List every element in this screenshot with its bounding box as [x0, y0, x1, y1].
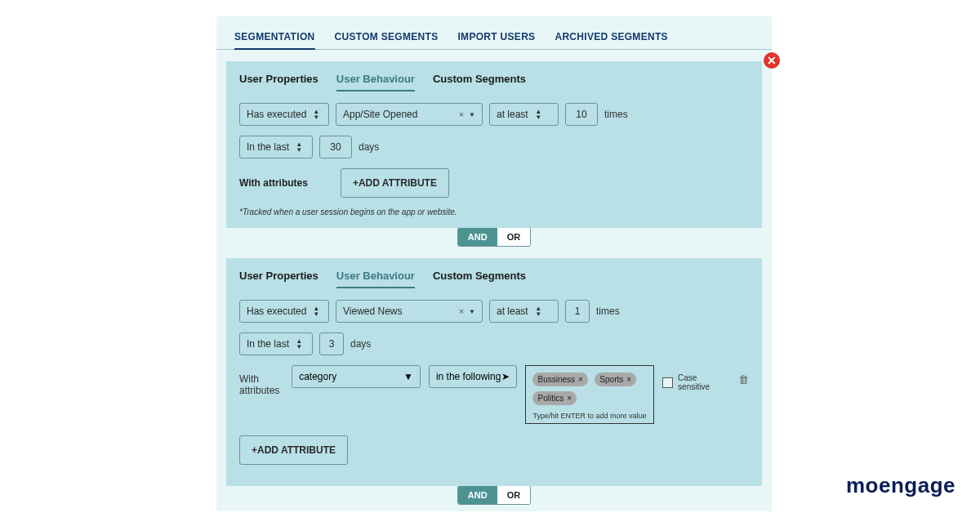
brand-logo: moengage	[846, 473, 956, 498]
chips-hint: Type/hit ENTER to add more value	[532, 412, 647, 420]
tab-user-properties[interactable]: User Properties	[239, 73, 318, 91]
tab-import-users[interactable]: IMPORT USERS	[457, 31, 535, 42]
select-value: In the last	[247, 141, 289, 153]
times-label: times	[604, 109, 628, 120]
select-value: at least	[497, 109, 528, 120]
comparator-select[interactable]: at least ▴▾	[489, 103, 559, 126]
has-executed-select[interactable]: Has executed ▴▾	[239, 300, 329, 323]
updown-icon: ▴▾	[537, 109, 541, 120]
chip[interactable]: Politics×	[532, 391, 577, 405]
and-or-toggle-1: AND OR	[216, 227, 772, 247]
attribute-name-select[interactable]: category ▼	[292, 365, 421, 388]
range-value-input[interactable]: 3	[319, 332, 344, 355]
and-or-toggle-2: AND OR	[216, 485, 772, 505]
filter-type-tabs: User Properties User Behaviour Custom Se…	[239, 270, 749, 288]
chevron-down-icon: ▼	[469, 308, 475, 315]
filter-block-1: User Properties User Behaviour Custom Se…	[226, 61, 762, 228]
event-select[interactable]: Viewed News × ▼	[336, 300, 483, 323]
nav-tabs: SEGMENTATION CUSTOM SEGMENTS IMPORT USER…	[216, 31, 772, 50]
select-value: category	[299, 371, 336, 382]
select-value: at least	[497, 306, 528, 317]
clear-icon[interactable]: ×	[459, 306, 464, 316]
chip-remove-icon[interactable]: ×	[626, 375, 631, 384]
chip[interactable]: Sports×	[595, 372, 636, 386]
range-select[interactable]: In the last ▴▾	[239, 136, 313, 158]
case-sensitive-label: Case sensitive	[678, 373, 730, 391]
tab-custom-segments[interactable]: Custom Segments	[433, 73, 526, 91]
tab-custom-segments[interactable]: CUSTOM SEGMENTS	[335, 31, 439, 42]
range-value-input[interactable]: 30	[319, 136, 352, 158]
tab-user-behaviour[interactable]: User Behaviour	[336, 270, 415, 288]
chevron-down-icon: ▼	[469, 111, 475, 118]
days-label: days	[350, 338, 371, 350]
segmentation-panel: SEGMENTATION CUSTOM SEGMENTS IMPORT USER…	[216, 16, 772, 511]
comparator-select[interactable]: at least ▴▾	[489, 300, 559, 323]
select-value: In the last	[247, 338, 289, 350]
count-input[interactable]: 1	[565, 300, 590, 323]
tab-user-behaviour[interactable]: User Behaviour	[336, 73, 415, 91]
with-attributes-label: With attributes	[239, 177, 308, 189]
filter-type-tabs: User Properties User Behaviour Custom Se…	[239, 73, 749, 91]
range-select[interactable]: In the last ▴▾	[239, 332, 313, 355]
and-button[interactable]: AND	[458, 228, 497, 246]
trash-icon[interactable]: 🗑	[738, 365, 749, 386]
filter-block-2: User Properties User Behaviour Custom Se…	[226, 258, 762, 486]
or-button[interactable]: OR	[497, 228, 531, 246]
chip-remove-icon[interactable]: ×	[567, 394, 572, 403]
chevron-down-icon: ▼	[403, 371, 413, 382]
updown-icon: ▴▾	[297, 141, 301, 153]
times-label: times	[596, 306, 620, 317]
select-value: Has executed	[247, 306, 306, 317]
has-executed-select[interactable]: Has executed ▴▾	[239, 103, 329, 126]
attribute-values-input[interactable]: Bussiness× Sports× Politics× Type/hit EN…	[525, 365, 654, 424]
with-attributes-label: With attributes	[239, 365, 283, 396]
count-input[interactable]: 10	[565, 103, 598, 126]
tab-segmentation[interactable]: SEGMENTATION	[234, 31, 315, 50]
tab-custom-segments[interactable]: Custom Segments	[433, 270, 526, 288]
add-attribute-button[interactable]: +ADD ATTRIBUTE	[341, 168, 449, 198]
select-value: Has executed	[247, 109, 306, 120]
select-value: Viewed News	[343, 306, 402, 317]
add-attribute-button[interactable]: +ADD ATTRIBUTE	[239, 435, 348, 465]
event-select[interactable]: App/Site Opened × ▼	[336, 103, 483, 126]
event-footnote: *Tracked when a user session begins on t…	[239, 207, 749, 216]
attribute-operator-select[interactable]: in the following ➤	[429, 365, 518, 388]
updown-icon: ▴▾	[314, 109, 318, 120]
select-value: App/Site Opened	[343, 109, 417, 120]
case-sensitive-checkbox[interactable]	[662, 377, 673, 388]
tab-user-properties[interactable]: User Properties	[239, 270, 318, 288]
cursor-icon: ➤	[501, 371, 510, 382]
chip[interactable]: Bussiness×	[532, 372, 587, 386]
tab-archived-segments[interactable]: ARCHIVED SEGMENTS	[555, 31, 667, 42]
or-button[interactable]: OR	[497, 486, 531, 504]
chip-remove-icon[interactable]: ×	[578, 375, 583, 384]
days-label: days	[359, 141, 379, 153]
select-value: in the following	[436, 371, 501, 382]
clear-icon[interactable]: ×	[459, 109, 464, 119]
and-button[interactable]: AND	[458, 486, 497, 504]
updown-icon: ▴▾	[537, 306, 541, 317]
close-icon[interactable]: ✕	[764, 52, 780, 69]
updown-icon: ▴▾	[297, 338, 301, 350]
updown-icon: ▴▾	[314, 306, 318, 317]
